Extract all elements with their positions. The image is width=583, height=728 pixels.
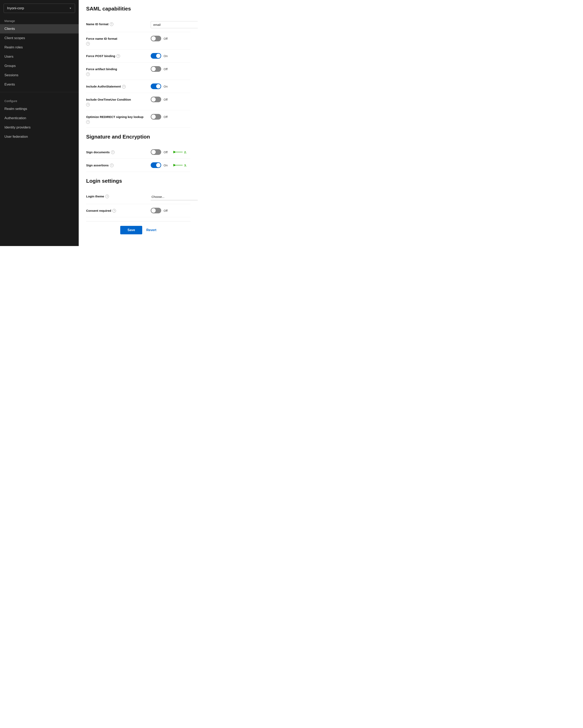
revert-button[interactable]: Revert: [146, 228, 156, 232]
chevron-down-icon: ▼: [69, 7, 72, 10]
login-section-title: Login settings: [86, 178, 191, 184]
sign-assertions-help-icon[interactable]: ?: [110, 163, 113, 167]
sidebar-item-clients[interactable]: Clients: [0, 24, 79, 33]
annotation-2: 2.: [173, 150, 187, 154]
sidebar-item-realm-roles[interactable]: Realm roles: [0, 43, 79, 52]
sidebar: Inyoni-corp ▼ Manage Clients Client scop…: [0, 0, 79, 246]
force-name-id-format-help-icon[interactable]: ?: [86, 42, 90, 46]
force-name-id-format-toggle[interactable]: [151, 36, 161, 41]
sidebar-item-authentication[interactable]: Authentication: [0, 113, 79, 123]
force-post-binding-toggle[interactable]: [151, 53, 161, 59]
annotation-2-label: 2.: [184, 151, 187, 154]
sign-documents-label: Sign documents: [86, 150, 110, 154]
name-id-format-help-icon[interactable]: ?: [110, 22, 113, 26]
force-post-binding-label: Force POST binding: [86, 54, 115, 58]
sign-assertions-label: Sign assertions: [86, 163, 109, 167]
sidebar-item-groups[interactable]: Groups: [0, 61, 79, 71]
sig-enc-section-title: Signature and Encryption: [86, 134, 191, 140]
include-onetimeuse-condition-help-icon[interactable]: ?: [86, 103, 90, 106]
sidebar-item-realm-settings[interactable]: Realm settings: [0, 104, 79, 113]
field-force-artifact-binding: Force artifact binding ? Off: [86, 62, 191, 80]
login-theme-label: Login theme: [86, 194, 104, 199]
field-sign-documents: Sign documents ? Off 2.: [86, 146, 191, 159]
arrow-2-icon: [173, 150, 183, 154]
field-login-theme: Login theme ? Choose...: [86, 190, 191, 204]
force-post-binding-state: On: [163, 54, 169, 58]
saml-section-title: SAML capabilities: [86, 6, 191, 12]
field-name-id-format: Name ID format ? 1.: [86, 18, 191, 32]
sign-documents-help-icon[interactable]: ?: [111, 151, 115, 154]
org-name: Inyoni-corp: [7, 6, 24, 10]
login-theme-select[interactable]: Choose...: [151, 193, 198, 200]
optimize-redirect-signing-help-icon[interactable]: ?: [86, 120, 90, 124]
sidebar-item-users[interactable]: Users: [0, 52, 79, 61]
annotation-3-label: 3.: [184, 163, 187, 167]
arrow-3-icon: [173, 163, 183, 167]
field-consent-required: Consent required ? Off: [86, 204, 191, 217]
optimize-redirect-signing-label: Optimize REDIRECT signing key lookup: [86, 115, 144, 119]
main-content: SAML capabilities Name ID format ? 1. Fo…: [79, 0, 198, 246]
sidebar-item-client-scopes[interactable]: Client scopes: [0, 33, 79, 43]
manage-label: Manage: [0, 15, 79, 24]
force-artifact-binding-help-icon[interactable]: ?: [86, 72, 90, 76]
sign-documents-toggle[interactable]: [151, 149, 161, 155]
force-artifact-binding-toggle[interactable]: [151, 66, 161, 72]
name-id-format-label: Name ID format: [86, 22, 108, 26]
login-theme-select-wrap: Choose...: [151, 193, 198, 200]
force-artifact-binding-label: Force artifact binding: [86, 67, 117, 71]
include-onetimeuse-condition-label: Include OneTimeUse Condition: [86, 97, 131, 102]
sidebar-divider: [0, 92, 79, 92]
name-id-format-input[interactable]: [151, 21, 198, 28]
org-selector[interactable]: Inyoni-corp ▼: [4, 4, 75, 13]
consent-required-toggle[interactable]: [151, 208, 161, 213]
login-theme-help-icon[interactable]: ?: [105, 194, 109, 198]
field-include-authn-statement: Include AuthnStatement ? On: [86, 80, 191, 93]
include-authn-statement-label: Include AuthnStatement: [86, 84, 121, 88]
include-onetimeuse-condition-state: Off: [163, 98, 169, 101]
save-button[interactable]: Save: [120, 226, 142, 234]
sidebar-item-events[interactable]: Events: [0, 80, 79, 89]
include-onetimeuse-condition-toggle[interactable]: [151, 97, 161, 102]
field-force-post-binding: Force POST binding ? On: [86, 49, 191, 62]
field-include-onetimeuse-condition: Include OneTimeUse Condition ? Off: [86, 93, 191, 110]
force-name-id-format-state: Off: [163, 37, 169, 40]
sidebar-item-user-federation[interactable]: User federation: [0, 132, 79, 141]
include-authn-statement-toggle[interactable]: [151, 83, 161, 89]
sign-assertions-state: On: [163, 163, 169, 167]
field-force-name-id-format: Force name ID format ? Off: [86, 32, 191, 49]
field-sign-assertions: Sign assertions ? On 3.: [86, 159, 191, 172]
annotation-3: 3.: [173, 163, 187, 167]
consent-required-state: Off: [163, 209, 169, 212]
consent-required-label: Consent required: [86, 209, 111, 213]
force-post-binding-help-icon[interactable]: ?: [117, 54, 120, 58]
consent-required-help-icon[interactable]: ?: [112, 209, 116, 212]
sign-documents-state: Off: [163, 151, 169, 154]
optimize-redirect-signing-toggle[interactable]: [151, 114, 161, 120]
sign-assertions-toggle[interactable]: [151, 162, 161, 168]
force-name-id-format-label: Force name ID format: [86, 36, 117, 41]
configure-label: Configure: [0, 95, 79, 104]
include-authn-statement-state: On: [163, 85, 169, 88]
include-authn-statement-help-icon[interactable]: ?: [122, 85, 126, 88]
sidebar-item-sessions[interactable]: Sessions: [0, 71, 79, 80]
field-optimize-redirect-signing: Optimize REDIRECT signing key lookup ? O…: [86, 110, 191, 128]
sidebar-item-identity-providers[interactable]: Identity providers: [0, 123, 79, 132]
force-artifact-binding-state: Off: [163, 67, 169, 71]
optimize-redirect-signing-state: Off: [163, 115, 169, 119]
action-bar: Save Revert: [86, 221, 191, 240]
